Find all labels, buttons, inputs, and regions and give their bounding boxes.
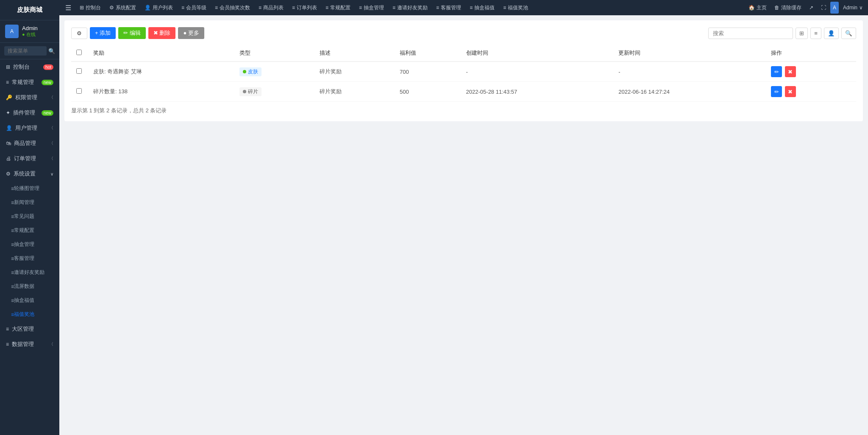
reward-desc2: 碎片奖励 <box>314 82 395 102</box>
sidebar-item-data[interactable]: ≡ 数据管理 〈 <box>0 337 59 352</box>
delete-row-button2[interactable]: ✖ <box>785 86 796 97</box>
nav-recharge-icon: ≡ <box>470 5 473 11</box>
sidebar-sub-label: 轮播图管理 <box>14 185 39 192</box>
nav-item-dashboard[interactable]: ⊞ 控制台 <box>75 0 105 15</box>
sidebar-item-faq[interactable]: ≡ 常见问题 <box>0 209 59 223</box>
add-button[interactable]: + 添加 <box>90 27 116 39</box>
share-icon: ↗ <box>809 5 813 11</box>
banner-icon: ≡ <box>11 186 14 192</box>
sidebar-item-product[interactable]: 🛍 商品管理 〈 <box>0 136 59 151</box>
delete-row-button[interactable]: ✖ <box>785 66 796 77</box>
nav-vip-icon: ≡ <box>181 5 184 11</box>
nav-item-vip-draws[interactable]: ≡ 会员抽奖次数 <box>211 0 254 15</box>
sidebar-item-permission[interactable]: 🔑 权限管理 〈 <box>0 90 59 105</box>
sidebar-item-customer[interactable]: ≡ 客服管理 <box>0 251 59 265</box>
nav-item-products[interactable]: ≡ 商品列表 <box>254 0 288 15</box>
user-status: ● 在线 <box>22 31 38 38</box>
nav-item-general-config[interactable]: ≡ 常规配置 <box>321 0 355 15</box>
col-desc: 描述 <box>314 45 395 61</box>
sidebar-item-welfare[interactable]: ≡ 福值奖池 <box>0 307 59 321</box>
sidebar-item-region[interactable]: ≡ 大区管理 <box>0 321 59 337</box>
nav-draws-icon: ≡ <box>215 5 218 11</box>
share-button[interactable]: ↗ <box>806 5 817 11</box>
new-badge: new <box>42 80 53 85</box>
type-tag: 皮肤 <box>239 67 262 76</box>
sidebar-item-screen[interactable]: ≡ 流屏数据 <box>0 279 59 293</box>
edit-row-button[interactable]: ✏ <box>771 66 782 77</box>
sidebar-item-label: 数据管理 <box>12 340 34 348</box>
home-button[interactable]: 🏠 主页 <box>745 4 770 11</box>
nav-item-recharge[interactable]: ≡ 抽盒福值 <box>465 0 499 15</box>
fullscreen-button[interactable]: ⛶ <box>818 5 829 11</box>
content-card: ⚙ + 添加 ✏ 编辑 ✖ 删除 ● 更多 ⊞ ≡ 👤 🔍 <box>64 20 863 121</box>
list-view-button[interactable]: ≡ <box>810 28 821 39</box>
sidebar-item-general-config[interactable]: ≡ 常规配置 <box>0 223 59 237</box>
sidebar-item-user[interactable]: 👤 用户管理 〈 <box>0 120 59 136</box>
chevron-down-icon: ∨ <box>50 172 53 176</box>
reward-actions: ✏ ✖ <box>766 61 856 82</box>
sidebar-item-label: 插件管理 <box>13 109 35 117</box>
sidebar-item-plugin[interactable]: ✦ 插件管理 new <box>0 105 59 120</box>
edit-button[interactable]: ✏ 编辑 <box>118 27 146 39</box>
customer-icon: ≡ <box>11 256 14 262</box>
sidebar-item-lucky-draw[interactable]: ≡ 抽盒管理 <box>0 237 59 251</box>
system-icon: ⚙ <box>6 171 11 177</box>
admin-avatar[interactable]: A <box>830 2 839 14</box>
top-nav: ☰ ⊞ 控制台 ⚙ 系统配置 👤 用户列表 ≡ 会员等级 ≡ 会员抽奖次数 ≡ … <box>59 0 868 15</box>
user-name: Admin <box>22 25 38 31</box>
sidebar-item-invite[interactable]: ≡ 邀请好友奖励 <box>0 265 59 279</box>
user-filter-button[interactable]: 👤 <box>824 28 839 39</box>
type-dot2 <box>243 90 246 93</box>
clear-cache-button[interactable]: 🗑 清除缓存 <box>771 4 805 11</box>
nav-item-vip-level[interactable]: ≡ 会员等级 <box>177 0 211 15</box>
admin-name[interactable]: Admin ∨ <box>840 5 866 11</box>
sidebar-item-recharge[interactable]: ≡ 抽盒福值 <box>0 293 59 307</box>
grid-view-button[interactable]: ⊞ <box>796 28 808 39</box>
nav-item-welfare-pool[interactable]: ≡ 福值奖池 <box>499 0 532 15</box>
trash-icon: 🗑 <box>774 5 779 11</box>
avatar: A <box>5 25 19 38</box>
sidebar-item-dashboard[interactable]: ⊞ 控制台 hot <box>0 59 59 75</box>
sidebar-user: A Admin ● 在线 <box>0 20 59 43</box>
sidebar-item-news[interactable]: ≡ 新闻管理 <box>0 195 59 209</box>
permission-icon: 🔑 <box>6 95 12 100</box>
edit-row-button2[interactable]: ✏ <box>771 86 782 97</box>
sidebar-item-banner[interactable]: ≡ 轮播图管理 <box>0 181 59 195</box>
nav-item-gacha[interactable]: ≡ 抽盒管理 <box>355 0 388 15</box>
sidebar-item-label: 系统设置 <box>14 170 36 178</box>
chevron-right-icon: 〈 <box>49 95 53 100</box>
settings-button[interactable]: ⚙ <box>71 28 87 39</box>
nav-item-orders[interactable]: ≡ 订单列表 <box>288 0 321 15</box>
nav-item-invite[interactable]: ≡ 邀请好友奖励 <box>388 0 432 15</box>
nav-gacha-icon: ≡ <box>359 5 362 11</box>
search-input[interactable] <box>4 46 47 56</box>
home-icon: 🏠 <box>748 5 755 11</box>
reward-created: - <box>461 61 614 82</box>
nav-label: 商品列表 <box>263 4 284 11</box>
reward-value2: 500 <box>395 82 461 102</box>
select-all-checkbox[interactable] <box>76 50 82 55</box>
sidebar-sub-label: 抽盒管理 <box>14 241 34 248</box>
nav-item-system-config[interactable]: ⚙ 系统配置 <box>105 0 140 15</box>
row-checkbox2[interactable] <box>76 88 82 94</box>
sidebar-item-order[interactable]: 🖨 订单管理 〈 <box>0 151 59 166</box>
nav-welfare-icon: ≡ <box>503 5 506 11</box>
delete-button[interactable]: ✖ 删除 <box>148 27 176 39</box>
news-icon: ≡ <box>11 200 14 206</box>
search-button[interactable]: 🔍 <box>841 28 856 39</box>
topnav-right: 🏠 主页 🗑 清除缓存 ↗ ⛶ A Admin ∨ <box>745 2 866 14</box>
nav-item-user-list[interactable]: 👤 用户列表 <box>140 0 177 15</box>
nav-item-cs[interactable]: ≡ 客服管理 <box>432 0 465 15</box>
sidebar-item-system[interactable]: ⚙ 系统设置 ∨ <box>0 166 59 181</box>
user-icon: 👤 <box>6 125 12 131</box>
sidebar-item-general[interactable]: ≡ 常规管理 new <box>0 75 59 90</box>
row-checkbox[interactable] <box>76 68 82 74</box>
sidebar-sub-label: 常规配置 <box>14 227 34 234</box>
type-tag2: 碎片 <box>239 87 262 96</box>
more-button[interactable]: ● 更多 <box>178 27 204 39</box>
hamburger-button[interactable]: ☰ <box>61 4 75 12</box>
col-action: 操作 <box>766 45 856 61</box>
table-search-input[interactable] <box>708 28 793 39</box>
reward-name: 皮肤: 奇遇舞姿 艾琳 <box>88 61 234 82</box>
row-checkbox-cell <box>71 61 88 82</box>
